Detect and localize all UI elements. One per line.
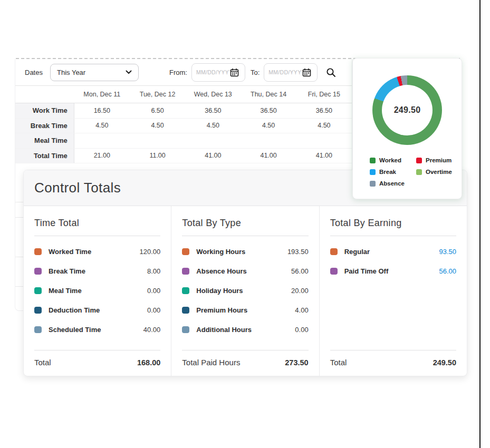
totals-column: Total By EarningRegular93.50Paid Time Of… (319, 206, 467, 376)
totals-column: Total By TypeWorking Hours193.50Absence … (171, 206, 319, 376)
totals-item-label: Premium Hours (196, 306, 295, 314)
to-date-field (264, 63, 318, 82)
divider (34, 350, 160, 350)
to-calendar-button[interactable] (302, 68, 311, 77)
totals-item-value: 8.00 (147, 267, 160, 275)
row-label: Total Time (15, 149, 74, 163)
timesheet-table: Mon, Dec 11Tue, Dec 12Wed, Dec 13Thu, De… (15, 86, 352, 163)
category-swatch-icon (34, 307, 42, 314)
date-range-select[interactable]: This Year (50, 64, 139, 81)
time-cell: 36.50 (185, 107, 241, 114)
row-label: Break Time (15, 119, 74, 133)
day-column-header: Thu, Dec 14 (241, 91, 296, 98)
totals-item-value[interactable]: 93.50 (439, 248, 456, 256)
totals-total-row: Total168.00 (34, 358, 160, 367)
totals-item-value[interactable]: 56.00 (439, 267, 456, 275)
legend-swatch-icon (370, 169, 376, 175)
legend-label: Premium (426, 157, 451, 163)
totals-item-value: 193.50 (287, 248, 309, 256)
time-cell: 41.00 (185, 152, 241, 159)
totals-items: Worked Time120.00Break Time8.00Meal Time… (34, 246, 160, 350)
divider (182, 350, 308, 350)
dates-label: Dates (25, 69, 43, 76)
category-swatch-icon (34, 326, 42, 333)
category-swatch-icon (182, 248, 189, 255)
totals-total-label: Total (330, 358, 347, 367)
totals-column-heading: Total By Type (182, 218, 308, 229)
divider (330, 236, 456, 236)
legend-swatch-icon (370, 181, 376, 187)
divider (182, 236, 308, 236)
time-cell: 4.50 (296, 122, 352, 129)
table-row: Total Time21.0011.0041.0041.0041.00 (15, 149, 352, 164)
totals-item-value: 0.00 (147, 306, 160, 314)
table-row: Meal Time (15, 133, 352, 149)
totals-item-value: 0.00 (147, 287, 160, 295)
totals-item-value: 40.00 (143, 326, 161, 334)
totals-item: Holiday Hours20.00 (182, 285, 308, 296)
timesheet-header-row: Mon, Dec 11Tue, Dec 12Wed, Dec 13Thu, De… (15, 86, 352, 103)
totals-column: Time TotalWorked Time120.00Break Time8.0… (24, 206, 171, 376)
legend-swatch-icon (416, 169, 422, 175)
totals-item-label: Additional Hours (196, 326, 295, 334)
day-column-header: Fri, Dec 15 (296, 91, 352, 98)
table-row: Break Time4.504.504.504.504.50 (15, 119, 352, 134)
totals-items: Working Hours193.50Absence Hours56.00Hol… (182, 246, 308, 350)
totals-total-value: 273.50 (285, 358, 308, 367)
totals-item-label: Holiday Hours (196, 287, 291, 295)
control-totals-card: Control Totals Time TotalWorked Time120.… (23, 170, 467, 376)
control-totals-body: Time TotalWorked Time120.00Break Time8.0… (24, 206, 467, 376)
totals-item: Premium Hours4.00 (182, 304, 308, 316)
category-swatch-icon (330, 248, 338, 255)
legend-item: Premium (416, 157, 462, 163)
donut-total-value: 249.50 (394, 105, 421, 115)
legend-label: Overtime (426, 169, 452, 175)
donut-legend: WorkedPremiumBreakOvertimeAbsence (370, 157, 462, 187)
to-label: To: (251, 69, 260, 76)
time-cell: 41.00 (296, 152, 352, 159)
totals-total-value: 168.00 (137, 358, 160, 367)
totals-item: Regular93.50 (330, 246, 456, 257)
search-icon (326, 67, 336, 77)
totals-item: Break Time8.00 (34, 265, 160, 277)
totals-item-label: Meal Time (49, 287, 147, 295)
totals-item: Absence Hours56.00 (182, 265, 308, 277)
divider (330, 350, 456, 350)
totals-item: Scheduled Time40.00 (34, 324, 160, 335)
category-swatch-icon (182, 326, 189, 333)
totals-item-label: Deduction Time (49, 306, 147, 314)
totals-item: Working Hours193.50 (182, 246, 308, 257)
search-button[interactable] (326, 67, 336, 77)
totals-item: Deduction Time0.00 (34, 304, 160, 316)
totals-total-label: Total Paid Hours (182, 358, 240, 367)
time-cell: 11.00 (130, 152, 185, 159)
to-date-input[interactable] (268, 69, 302, 75)
totals-item-label: Paid Time Off (344, 267, 439, 275)
day-column-header: Wed, Dec 13 (185, 91, 241, 98)
legend-swatch-icon (416, 158, 422, 163)
totals-item-label: Worked Time (49, 248, 140, 256)
time-cell: 4.50 (241, 122, 296, 129)
legend-label: Break (379, 169, 396, 175)
totals-items: Regular93.50Paid Time Off56.00 (330, 246, 456, 350)
category-swatch-icon (34, 248, 42, 255)
category-swatch-icon (34, 287, 42, 294)
time-cell: 4.50 (185, 122, 241, 129)
calendar-icon (302, 68, 311, 77)
totals-item-value: 0.00 (295, 326, 308, 334)
from-date-input[interactable] (196, 69, 230, 75)
right-edge-rule (479, 0, 481, 448)
calendar-icon (230, 68, 239, 77)
filter-bar: Dates This Year From: (15, 59, 352, 86)
from-calendar-button[interactable] (230, 68, 239, 77)
totals-item: Worked Time120.00 (34, 246, 160, 257)
time-cell: 41.00 (241, 152, 296, 159)
totals-item-label: Regular (344, 248, 439, 256)
day-column-header: Mon, Dec 11 (74, 91, 130, 98)
legend-item: Absence (370, 180, 416, 187)
legend-label: Absence (379, 180, 405, 187)
totals-item-label: Working Hours (196, 248, 287, 256)
time-cell: 36.50 (296, 107, 352, 114)
category-swatch-icon (34, 268, 42, 275)
legend-label: Worked (379, 157, 401, 163)
